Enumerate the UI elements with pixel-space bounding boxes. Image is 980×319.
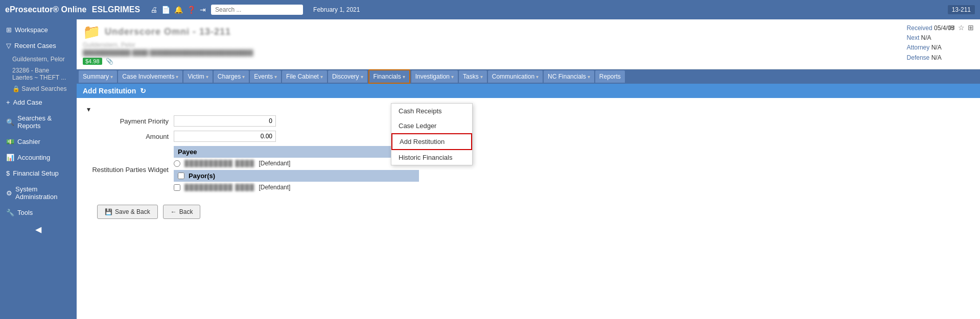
tab-arrow-case-involvements: ▾ xyxy=(176,74,178,80)
content-area: 📁 Underscore Omni - 13-211 Guildenstern,… xyxy=(77,19,980,319)
tab-investigation[interactable]: Investigation ▾ xyxy=(411,70,458,83)
tab-arrow-nc-financials: ▾ xyxy=(588,74,590,80)
tab-label-summary: Summary xyxy=(83,73,109,80)
sidebar-item-cashier[interactable]: 💵 Cashier xyxy=(0,134,77,150)
refresh-icon[interactable]: ↻ xyxy=(140,87,146,95)
document-icon[interactable]: 📄 xyxy=(161,6,170,14)
star-icon[interactable]: ☆ xyxy=(958,23,965,32)
tab-bar: Summary ▾ Case Involvements ▾ Victim ▾ C… xyxy=(77,69,980,84)
tab-label-investigation: Investigation xyxy=(415,73,450,80)
payee-row: ██████████ ████ [Defendant] xyxy=(174,160,419,167)
sidebar-label-financial-setup: Financial Setup xyxy=(13,169,59,177)
sidebar-item-case-1[interactable]: Guildenstern, Pelor xyxy=(0,54,77,65)
sidebar-label-cashier: Cashier xyxy=(17,138,40,145)
restitution-parties-row: Restitution Parties Widget Payee ███████… xyxy=(87,146,970,193)
case-right-info: Received 05/4/03 Next N/A Attorney N/A D… xyxy=(907,23,954,63)
financials-dropdown-menu: Cash Receipts Case Ledger Add Restitutio… xyxy=(391,103,473,165)
page-content: Add Restitution ↻ ▾ Payment Priority Amo… xyxy=(77,84,980,319)
payor-defendant-name: ██████████ ████ xyxy=(184,184,254,191)
tab-events[interactable]: Events ▾ xyxy=(250,70,281,83)
tab-arrow-summary: ▾ xyxy=(110,74,113,80)
search-input[interactable] xyxy=(211,5,303,15)
sidebar-item-searches-reports[interactable]: 🔍 Searches & Reports xyxy=(0,110,77,134)
payor-section-checkbox[interactable] xyxy=(178,173,184,179)
case-title: Underscore Omni - 13-211 xyxy=(105,27,231,37)
attorney-value: N/A xyxy=(931,44,942,51)
system-admin-icon: ⚙ xyxy=(6,189,12,197)
amount-row: Amount xyxy=(87,131,970,142)
tab-tasks[interactable]: Tasks ▾ xyxy=(459,70,487,83)
email-icon[interactable]: ✉ xyxy=(949,23,955,32)
question-icon[interactable]: ❓ xyxy=(187,6,196,14)
tab-summary[interactable]: Summary ▾ xyxy=(79,70,117,83)
bell-icon[interactable]: 🔔 xyxy=(174,6,183,14)
tools-icon: 🔧 xyxy=(6,209,14,216)
tab-communication[interactable]: Communication ▾ xyxy=(488,70,543,83)
tab-arrow-communication: ▾ xyxy=(536,74,539,80)
payor-defendant-label: [Defendant] xyxy=(259,184,290,191)
dropdown-add-restitution[interactable]: Add Restitution xyxy=(391,133,472,150)
sidebar-label-searches-reports: Searches & Reports xyxy=(17,114,71,130)
sidebar-item-case-2[interactable]: 23286 - Bane Laertes ~ THEFT ... xyxy=(0,65,77,83)
tab-label-nc-financials: NC Financials xyxy=(548,73,586,80)
dropdown-historic-financials[interactable]: Historic Financials xyxy=(391,150,472,165)
footer-buttons: 💾 Save & Back ← Back xyxy=(87,197,970,227)
sidebar-label-case-2: 23286 - Bane Laertes ~ THEFT ... xyxy=(12,67,66,81)
tab-reports[interactable]: Reports xyxy=(595,70,625,83)
dropdown-cash-receipts[interactable]: Cash Receipts xyxy=(391,104,472,118)
attorney-label: Attorney xyxy=(907,44,930,51)
section-header: Add Restitution ↻ xyxy=(77,84,980,98)
sidebar-collapse-button[interactable]: ◀ xyxy=(0,220,77,238)
sidebar-item-tools[interactable]: 🔧 Tools xyxy=(0,205,77,220)
main-layout: ⊞ Workspace ▽ Recent Cases Guildenstern,… xyxy=(0,19,980,319)
tab-label-communication: Communication xyxy=(492,73,534,80)
header-icon-group: 🖨 📄 🔔 ❓ ⇥ xyxy=(150,6,206,14)
tab-arrow-charges: ▾ xyxy=(242,74,245,80)
lock-icon: 🔒 xyxy=(12,85,20,92)
top-header: eProsecutor® Online ESLGRIMES 🖨 📄 🔔 ❓ ⇥ … xyxy=(0,0,980,19)
tab-label-reports: Reports xyxy=(599,73,621,80)
sidebar-item-add-case[interactable]: + Add Case xyxy=(0,94,77,110)
tab-case-involvements[interactable]: Case Involvements ▾ xyxy=(118,70,182,83)
tab-nc-financials[interactable]: NC Financials ▾ xyxy=(544,70,594,83)
back-icon: ← xyxy=(171,208,177,215)
sidebar-item-accounting[interactable]: 📊 Accounting xyxy=(0,150,77,165)
expand-icon[interactable]: ⊞ xyxy=(968,23,974,32)
payment-priority-input[interactable] xyxy=(174,115,276,127)
sidebar-item-saved-searches[interactable]: 🔒 Saved Searches xyxy=(0,83,77,94)
tab-victim[interactable]: Victim ▾ xyxy=(183,70,212,83)
print-icon[interactable]: 🖨 xyxy=(150,6,157,14)
add-case-icon: + xyxy=(6,99,10,106)
sidebar-item-workspace[interactable]: ⊞ Workspace xyxy=(0,22,77,38)
payee-radio[interactable] xyxy=(174,160,180,167)
received-label: Received xyxy=(907,24,932,32)
folder-icon: 📁 xyxy=(83,23,101,40)
payee-defendant-name: ██████████ ████ xyxy=(184,160,254,167)
payee-header: Payee xyxy=(174,146,419,158)
tab-file-cabinet[interactable]: File Cabinet ▾ xyxy=(282,70,327,83)
collapse-arrow[interactable]: ▾ xyxy=(87,103,970,115)
tab-label-tasks: Tasks xyxy=(463,73,479,80)
dropdown-case-ledger[interactable]: Case Ledger xyxy=(391,118,472,133)
back-button[interactable]: ← Back xyxy=(163,205,201,219)
amount-input[interactable] xyxy=(174,131,276,142)
save-icon: 💾 xyxy=(105,208,112,215)
sidebar-item-recent-cases[interactable]: ▽ Recent Cases xyxy=(0,38,77,54)
tab-charges[interactable]: Charges ▾ xyxy=(214,70,249,83)
case-badge: 13-211 xyxy=(948,5,975,14)
sidebar-item-system-admin[interactable]: ⚙ System Administration xyxy=(0,181,77,205)
tab-label-case-involvements: Case Involvements xyxy=(122,73,174,80)
tab-arrow-investigation: ▾ xyxy=(451,74,454,80)
payor-row: ██████████ ████ [Defendant] xyxy=(174,184,419,191)
payor-checkbox[interactable] xyxy=(174,184,180,191)
tab-financials[interactable]: Financials ▾ xyxy=(368,69,410,84)
header-date: February 1, 2021 xyxy=(313,6,943,13)
save-back-button[interactable]: 💾 Save & Back xyxy=(97,205,158,219)
sidebar-item-financial-setup[interactable]: $ Financial Setup xyxy=(0,165,77,181)
sidebar-label-workspace: Workspace xyxy=(15,26,48,34)
payee-defendant-label: [Defendant] xyxy=(259,160,290,167)
tab-discovery[interactable]: Discovery ▾ xyxy=(328,70,367,83)
case-detail: ████████████ ████ ██████████████████████… xyxy=(83,50,974,56)
exit-icon[interactable]: ⇥ xyxy=(200,6,206,14)
filed-icon: 📎 xyxy=(106,58,113,65)
